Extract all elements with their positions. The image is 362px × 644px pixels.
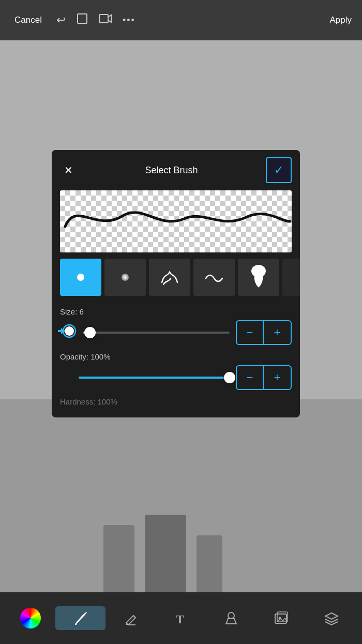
stamp-icon xyxy=(223,610,239,626)
cancel-button[interactable]: Cancel xyxy=(10,13,46,27)
svg-text:T: T xyxy=(176,612,184,626)
opacity-plus-button[interactable]: + xyxy=(264,366,291,389)
video-icon[interactable] xyxy=(99,13,112,27)
size-arrow-left-icon xyxy=(58,324,77,342)
size-plus-button[interactable]: + xyxy=(264,321,291,344)
drip-icon xyxy=(249,264,268,291)
more-icon[interactable]: ••• xyxy=(123,15,135,26)
script-icon xyxy=(159,268,180,287)
brush-icon xyxy=(73,610,88,626)
opacity-minus-button[interactable]: − xyxy=(237,366,264,389)
brush-stroke-preview xyxy=(60,190,292,252)
round-hard-icon xyxy=(77,274,84,281)
opacity-btn-group: − + xyxy=(236,365,292,390)
arrow-left-icon xyxy=(58,324,77,338)
bottom-tool-stamp[interactable] xyxy=(206,606,257,630)
brush-presets-row xyxy=(52,259,300,303)
undo-icon[interactable]: ↩ xyxy=(56,13,66,27)
bottom-toolbar: T xyxy=(0,592,362,644)
gallery-icon xyxy=(274,610,289,626)
bottom-tool-gallery[interactable] xyxy=(257,606,307,630)
svg-rect-1 xyxy=(99,14,108,23)
bottom-tool-eraser[interactable] xyxy=(105,606,156,630)
svg-rect-0 xyxy=(78,14,87,23)
svg-point-4 xyxy=(65,326,74,336)
bottom-tool-color[interactable] xyxy=(5,604,55,633)
opacity-slider-thumb[interactable] xyxy=(224,372,235,383)
top-toolbar: Cancel ↩ ••• Apply xyxy=(0,0,362,40)
apply-button[interactable]: Apply xyxy=(329,15,352,25)
brush-preset-drip[interactable] xyxy=(238,259,279,296)
bottom-tool-brush[interactable] xyxy=(55,606,105,630)
dialog-header: ✕ Select Brush ✓ xyxy=(52,150,300,190)
toolbar-left: Cancel ↩ ••• xyxy=(10,12,135,28)
size-slider-thumb[interactable] xyxy=(84,327,96,338)
hardness-label: Hardness: 100% xyxy=(60,397,292,406)
brush-preset-round-hard[interactable] xyxy=(60,259,101,296)
people-silhouette xyxy=(103,515,222,592)
controls-section: Size: 6 − + Opacity: 100% xyxy=(52,303,300,417)
opacity-slider[interactable] xyxy=(79,377,230,379)
color-wheel-icon xyxy=(20,608,41,628)
text-icon: T xyxy=(173,610,189,626)
select-brush-dialog: ✕ Select Brush ✓ xyxy=(52,150,300,417)
size-btn-group: − + xyxy=(236,320,292,345)
size-label: Size: 6 xyxy=(60,307,292,316)
brush-preset-extra[interactable] xyxy=(282,259,300,296)
bottom-tool-text[interactable]: T xyxy=(156,606,206,630)
opacity-label: Opacity: 100% xyxy=(60,352,292,361)
bottom-tool-layers[interactable] xyxy=(307,606,357,630)
dialog-title: Select Brush xyxy=(77,165,266,176)
layers-icon xyxy=(324,610,339,626)
size-control-row: − + xyxy=(60,320,292,345)
opacity-slider-fill xyxy=(79,377,230,379)
svg-point-8 xyxy=(228,612,234,619)
dialog-confirm-button[interactable]: ✓ xyxy=(266,157,292,183)
eraser-icon xyxy=(123,610,139,626)
size-minus-button[interactable]: − xyxy=(237,321,264,344)
dialog-close-button[interactable]: ✕ xyxy=(60,163,77,177)
brush-preview xyxy=(60,190,292,252)
size-slider[interactable] xyxy=(83,332,230,334)
round-soft-icon xyxy=(122,274,129,281)
brush-preset-round-soft[interactable] xyxy=(104,259,146,296)
crop-icon[interactable] xyxy=(76,12,88,28)
brush-preset-script[interactable] xyxy=(149,259,190,296)
wave-icon xyxy=(204,268,224,287)
brush-preset-wave[interactable] xyxy=(193,259,235,296)
opacity-control-row: − + xyxy=(60,365,292,390)
svg-rect-6 xyxy=(58,330,65,332)
toolbar-right: Apply xyxy=(329,15,352,25)
